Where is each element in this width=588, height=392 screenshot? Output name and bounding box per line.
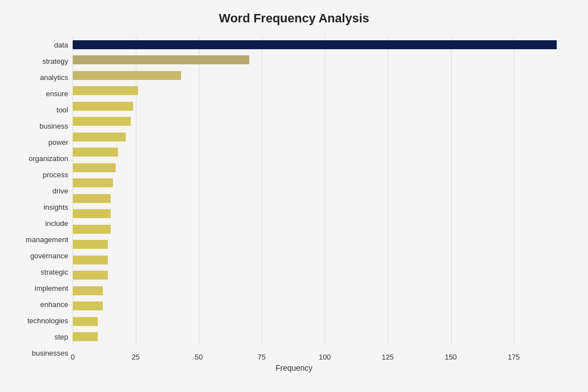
bar-governance <box>73 240 108 249</box>
bar-management <box>73 225 111 234</box>
bars-area: 0255075100125150175 <box>73 37 577 361</box>
chart-title: Word Frequency Analysis <box>11 11 577 26</box>
bar-row-analytics <box>73 70 577 81</box>
bar-row-ensure <box>73 85 577 96</box>
bar-business <box>73 117 131 126</box>
y-label-tool: tool <box>56 106 68 114</box>
bar-data <box>73 40 557 49</box>
bar-row-implement <box>73 270 577 281</box>
bar-include <box>73 209 111 218</box>
bar-row-drive <box>73 177 577 188</box>
bar-businesses <box>73 332 98 341</box>
bar-implement <box>73 271 108 280</box>
bar-analytics <box>73 71 181 80</box>
y-label-businesses: businesses <box>32 350 68 357</box>
x-axis-title: Frequency <box>11 363 577 372</box>
x-axis-labels: 0255075100125150175 <box>73 344 577 361</box>
y-label-organization: organization <box>29 155 68 162</box>
bar-row-business <box>73 116 577 127</box>
bar-insights <box>73 194 111 203</box>
y-label-strategic: strategic <box>41 268 68 276</box>
bar-row-power <box>73 131 577 143</box>
bar-ensure <box>73 86 138 95</box>
x-tick-label: 0 <box>70 353 74 361</box>
bar-row-businesses <box>73 331 577 342</box>
y-label-power: power <box>49 139 68 146</box>
y-label-enhance: enhance <box>40 301 68 308</box>
y-label-technologies: technologies <box>27 317 68 324</box>
x-tick-label: 150 <box>445 353 457 361</box>
bar-row-step <box>73 316 577 327</box>
bars-wrapper <box>73 37 577 344</box>
chart-container: Word Frequency Analysis datastrategyanal… <box>0 0 588 392</box>
bar-row-data <box>73 39 577 50</box>
y-label-step: step <box>54 333 68 341</box>
bar-row-insights <box>73 193 577 204</box>
y-label-business: business <box>40 122 68 130</box>
x-tick-label: 125 <box>382 353 394 361</box>
y-label-drive: drive <box>53 187 68 195</box>
bar-row-strategy <box>73 54 577 65</box>
y-label-strategy: strategy <box>42 58 68 65</box>
bar-row-technologies <box>73 300 577 311</box>
y-label-analytics: analytics <box>40 74 68 81</box>
bar-organization <box>73 148 118 157</box>
bar-technologies <box>73 301 103 310</box>
bar-row-organization <box>73 147 577 158</box>
bar-row-governance <box>73 239 577 250</box>
y-label-management: management <box>26 236 68 243</box>
bar-step <box>73 317 98 326</box>
bar-drive <box>73 178 113 187</box>
bar-process <box>73 163 116 172</box>
bar-row-management <box>73 224 577 235</box>
x-tick-label: 100 <box>319 353 331 361</box>
y-label-include: include <box>45 220 68 227</box>
bar-strategy <box>73 55 249 64</box>
bar-enhance <box>73 286 103 295</box>
x-tick-label: 25 <box>132 353 140 361</box>
y-label-process: process <box>42 171 68 178</box>
bar-tool <box>73 102 133 111</box>
y-label-implement: implement <box>35 285 68 292</box>
y-label-ensure: ensure <box>46 90 68 97</box>
x-tick-label: 75 <box>258 353 265 361</box>
bar-row-enhance <box>73 285 577 296</box>
chart-area: datastrategyanalyticsensuretoolbusinessp… <box>11 37 577 361</box>
y-label-data: data <box>54 41 68 49</box>
bar-strategic <box>73 256 108 265</box>
x-tick-label: 175 <box>508 353 520 361</box>
bar-row-process <box>73 162 577 173</box>
y-label-governance: governance <box>30 252 68 259</box>
bar-power <box>73 133 126 141</box>
bar-row-include <box>73 208 577 219</box>
bar-row-tool <box>73 101 577 112</box>
y-axis-labels: datastrategyanalyticsensuretoolbusinessp… <box>11 37 73 361</box>
bar-row-strategic <box>73 254 577 266</box>
y-label-insights: insights <box>44 204 68 211</box>
x-tick-label: 50 <box>195 353 202 361</box>
